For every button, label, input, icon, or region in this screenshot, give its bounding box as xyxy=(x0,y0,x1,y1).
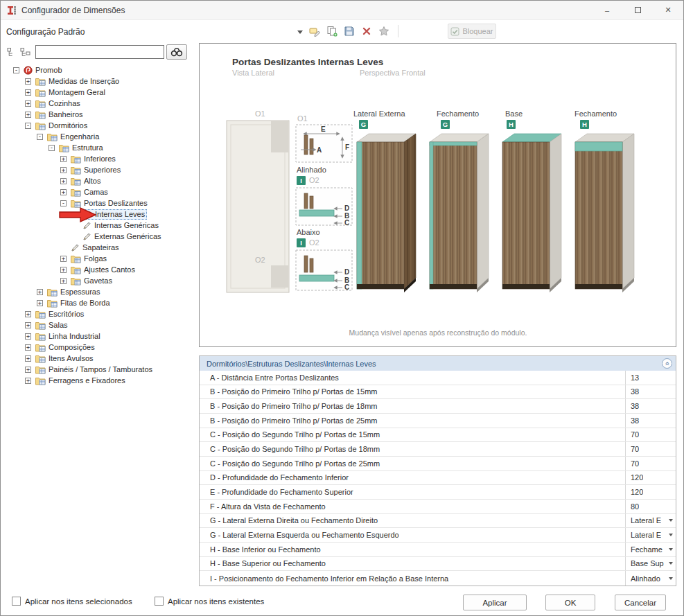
tree-node-body[interactable]: Dormitórios xyxy=(34,121,89,130)
cancel-button[interactable]: Cancelar xyxy=(615,595,666,610)
collapse-toggle-icon[interactable]: - xyxy=(13,67,19,73)
apply-selected-checkbox[interactable]: Aplicar nos itens selecionados xyxy=(12,597,132,606)
tree-node-body[interactable]: Cozinhas xyxy=(34,99,82,108)
expand-toggle-icon[interactable]: + xyxy=(37,300,43,306)
collapse-toggle-icon[interactable]: - xyxy=(25,123,31,129)
tree-item-inferiores[interactable]: +Inferiores xyxy=(6,153,196,164)
param-value-field[interactable]: 70 xyxy=(625,457,676,470)
tree-node-body[interactable]: Escritórios xyxy=(34,310,85,319)
tree-item-internas-genericas[interactable]: Internas Genéricas xyxy=(6,220,196,231)
param-value-field[interactable]: 13 xyxy=(625,371,676,385)
tree-node-body[interactable]: Espessuras xyxy=(46,288,101,297)
tree-item-internas-leves[interactable]: Internas Leves xyxy=(6,209,196,220)
tree-item-medidas-de-insercao[interactable]: +Medidas de Inserção xyxy=(6,76,196,87)
search-button[interactable] xyxy=(166,44,187,60)
tree-item-escritorios[interactable]: +Escritórios xyxy=(6,308,196,319)
expand-toggle-icon[interactable]: + xyxy=(25,355,31,362)
tree-node-body[interactable]: Banheiros xyxy=(34,110,85,119)
tree-item-composicoes[interactable]: +Composições xyxy=(6,342,196,353)
expand-toggle-icon[interactable]: + xyxy=(25,333,31,340)
expand-toggle-icon[interactable]: + xyxy=(60,167,67,173)
param-value-field[interactable]: 70 xyxy=(625,442,676,456)
tree-node-body[interactable]: Folgas xyxy=(69,254,108,263)
maximize-button[interactable] xyxy=(622,1,653,19)
expand-toggle-icon[interactable]: + xyxy=(60,256,67,262)
expand-toggle-icon[interactable]: + xyxy=(60,189,67,195)
ok-button[interactable]: OK xyxy=(545,595,595,610)
param-value-field[interactable]: 38 xyxy=(625,414,676,428)
checkbox-icon[interactable] xyxy=(155,597,164,606)
rename-button[interactable] xyxy=(308,25,321,37)
param-value-field[interactable]: 38 xyxy=(625,399,676,413)
tree-node-body[interactable]: Promob xyxy=(22,66,64,75)
param-value-field[interactable]: 120 xyxy=(625,485,676,499)
tree-item-ajustes-cantos[interactable]: +Ajustes Cantos xyxy=(6,264,196,275)
tree-item-espessuras[interactable]: +Espessuras xyxy=(6,286,196,297)
tree-item-sapateiras[interactable]: Sapateiras xyxy=(6,242,196,253)
param-select[interactable]: Base Sup xyxy=(625,557,676,571)
tree-node-body[interactable]: Internas Genéricas xyxy=(81,221,160,230)
tree-node-body[interactable]: Camas xyxy=(69,188,109,197)
collapse-toggle-icon[interactable]: - xyxy=(49,145,55,151)
tree-node-body[interactable]: Itens Avulsos xyxy=(34,354,95,363)
collapse-panel-button[interactable]: » xyxy=(662,358,672,369)
tree-item-itens-avulsos[interactable]: +Itens Avulsos xyxy=(6,353,196,364)
config-selector[interactable]: Configuração Padrão xyxy=(6,25,303,39)
param-value-field[interactable]: 120 xyxy=(625,471,676,485)
tree-item-engenharia[interactable]: -Engenharia xyxy=(6,131,196,142)
expand-toggle-icon[interactable]: + xyxy=(25,112,31,118)
bloquear-button[interactable]: Bloquear xyxy=(448,24,496,39)
tree-node-body[interactable]: Internas Leves xyxy=(81,209,147,220)
apply-existing-checkbox[interactable]: Aplicar nos itens existentes xyxy=(155,597,264,606)
expand-toggle-icon[interactable]: + xyxy=(37,289,43,295)
tree-item-folgas[interactable]: +Folgas xyxy=(6,253,196,264)
tree-item-dormitorios[interactable]: -Dormitórios xyxy=(6,120,196,131)
tree-item-paineis-tampos-tamburatos[interactable]: +Painéis / Tampos / Tamburatos xyxy=(6,364,196,375)
tree-node-body[interactable]: Portas Deslizantes xyxy=(69,199,149,208)
expand-toggle-icon[interactable]: + xyxy=(25,89,31,96)
param-select[interactable]: Lateral E xyxy=(625,528,676,542)
expand-toggle-icon[interactable]: + xyxy=(60,178,67,184)
tree-item-salas[interactable]: +Salas xyxy=(6,319,196,331)
checkbox-icon[interactable] xyxy=(12,597,21,606)
tree-node-body[interactable]: Sapateiras xyxy=(69,243,121,252)
tree-node-body[interactable]: Gavetas xyxy=(69,276,114,285)
tree-item-altos[interactable]: +Altos xyxy=(6,175,196,186)
tree-node-body[interactable]: Superiores xyxy=(69,166,122,175)
tree-item-camas[interactable]: +Camas xyxy=(6,186,196,197)
tree-node-body[interactable]: Montagem Geral xyxy=(34,88,107,97)
param-value-field[interactable]: 38 xyxy=(625,385,676,399)
tree-item-ferragens-e-fixadores[interactable]: +Ferragens e Fixadores xyxy=(6,375,196,386)
param-select[interactable]: Alinhado xyxy=(625,571,676,586)
tree-item-gavetas[interactable]: +Gavetas xyxy=(6,275,196,286)
tree-node-body[interactable]: Estrutura xyxy=(58,143,105,152)
tree-item-portas-deslizantes[interactable]: -Portas Deslizantes xyxy=(6,197,196,209)
tree-node-body[interactable]: Externas Genéricas xyxy=(81,232,163,241)
collapse-toggle-icon[interactable]: - xyxy=(37,134,43,140)
param-select[interactable]: Lateral E xyxy=(625,514,676,528)
tree-item-promob[interactable]: -Promob xyxy=(6,64,196,76)
tree-search-input[interactable] xyxy=(35,45,164,59)
tree-item-cozinhas[interactable]: +Cozinhas xyxy=(6,98,196,109)
minimize-button[interactable]: – xyxy=(592,1,622,19)
expand-toggle-icon[interactable]: + xyxy=(25,344,31,351)
close-button[interactable]: ✕ xyxy=(653,1,683,19)
tree-node-body[interactable]: Linha Industrial xyxy=(34,332,102,341)
expand-toggle-icon[interactable]: + xyxy=(25,78,31,85)
tree-node-body[interactable]: Painéis / Tampos / Tamburatos xyxy=(34,365,154,374)
tree-node-body[interactable]: Altos xyxy=(69,177,102,186)
param-value-field[interactable]: 70 xyxy=(625,428,676,442)
tree-item-estrutura[interactable]: -Estrutura xyxy=(6,142,196,153)
expand-toggle-icon[interactable]: + xyxy=(25,378,31,384)
apply-button[interactable]: Aplicar xyxy=(463,595,527,610)
expand-toggle-icon[interactable]: + xyxy=(25,322,31,328)
tree-item-superiores[interactable]: +Superiores xyxy=(6,164,196,175)
tree-node-body[interactable]: Composições xyxy=(34,343,96,352)
tree-node-body[interactable]: Ferragens e Fixadores xyxy=(34,376,127,385)
expand-toggle-icon[interactable]: + xyxy=(25,100,31,107)
expand-toggle-icon[interactable]: + xyxy=(25,367,31,373)
tree-item-banheiros[interactable]: +Banheiros xyxy=(6,109,196,120)
copy-button[interactable] xyxy=(326,25,338,37)
collapse-toggle-icon[interactable]: - xyxy=(60,200,67,206)
expand-all-button[interactable] xyxy=(19,46,31,58)
